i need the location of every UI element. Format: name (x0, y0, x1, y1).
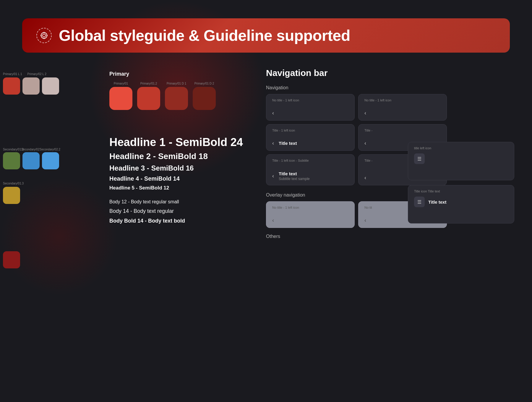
right-card-label-2: Title icon Title text (414, 189, 508, 193)
primary-swatch-item-3: Primary/01 D 2 (193, 82, 216, 110)
body-regular: Body 14 - Body text regular (109, 208, 243, 214)
swatch-dark-red (3, 251, 20, 268)
nav-card-subtitle-4: Subtitle text sample (279, 177, 310, 181)
primary-swatches-container: Primary/01 Primary/01.2 Primary/01 D 1 P… (109, 82, 216, 110)
primary-swatch-item-1: Primary/01.2 (137, 82, 160, 110)
nav-card-content-1: ‹ (364, 110, 441, 116)
swatch-label-1c: Primary/02 L 2 (27, 72, 46, 76)
nav-card-1: No title - 1 left icon ‹ (358, 94, 447, 121)
swatch-primary-l2 (42, 77, 59, 95)
swatch-green (3, 152, 20, 169)
typography-section: Headline 1 - SemiBold 24 Headline 2 - Se… (109, 136, 243, 228)
header-title: Global styleguide & Guideline supported (59, 27, 350, 44)
left-swatch-panel-3: Secondary/01.3 (0, 180, 65, 268)
primary-swatch-label-2: Primary/01 D 1 (167, 82, 186, 85)
headline4: Headline 4 - SemiBold 14 (109, 175, 243, 182)
nav-card-content-4: ‹ Title text Subtitle text sample (272, 171, 348, 181)
nav-card-text-block-4: Title text Subtitle text sample (279, 171, 310, 181)
nav-card-title-2: Title text (279, 141, 297, 146)
swatch-primary-l1 (22, 77, 40, 95)
overlay-card-label-0: No title - 1 left icon (272, 206, 348, 209)
right-card-label-1: title left icon (414, 146, 508, 150)
nav-card-4: Title - 1 left icon - Subtitle ‹ Title t… (266, 154, 355, 185)
primary-swatch-2 (165, 87, 188, 110)
primary-section-title: Primary (109, 71, 216, 77)
overlay-left-icon-1: ‹ (364, 217, 366, 223)
swatch-label-3a: Secondary/01.3 (3, 182, 24, 185)
right-icon-glyph-2: ☰ (417, 199, 421, 205)
nav-left-icon-1: ‹ (364, 110, 366, 116)
headline2: Headline 2 - SemiBold 18 (109, 152, 243, 161)
overlay-left-icon-0: ‹ (272, 217, 274, 223)
nav-left-icon-2: ‹ (272, 140, 274, 146)
nav-left-icon-5: ‹ (364, 175, 366, 181)
right-card-icon-1: ☰ (414, 153, 425, 164)
right-card-2: Title icon Title text ☰ Title text (408, 185, 514, 223)
swatch-label-2b: Secondary/02 (21, 148, 38, 151)
primary-swatch-item-0: Primary/01 (109, 82, 132, 110)
others-label: Others (266, 234, 473, 239)
nav-left-icon-0: ‹ (272, 110, 274, 116)
headline5: Headline 5 - SemiBold 12 (109, 185, 243, 191)
target-icon (40, 31, 48, 40)
nav-card-label-1: No title - 1 left icon (364, 98, 441, 102)
right-card-content-1: ☰ (414, 153, 508, 164)
swatch-primary-red (3, 77, 20, 95)
headline1: Headline 1 - SemiBold 24 (109, 136, 243, 149)
body-bold: Body Bold 14 - Body text bold (109, 218, 243, 224)
nav-card-title-4: Title text (279, 171, 310, 176)
svg-point-0 (41, 33, 47, 38)
right-card-content-2: ☰ Title text (414, 197, 508, 207)
left-swatch-panel-2: Secondary/01.2 Secondary/02 Secondary/02… (0, 148, 65, 174)
right-card-icon-2: ☰ (414, 197, 425, 207)
nav-left-icon-4: ‹ (272, 173, 274, 179)
header-banner: Global styleguide & Guideline supported (22, 18, 510, 53)
nav-row-1: No title - 1 left icon ‹ No title - 1 le… (266, 94, 473, 121)
nav-card-label-4: Title - 1 left icon - Subtitle (272, 159, 348, 162)
nav-left-icon-3: ‹ (364, 140, 366, 146)
right-panel: title left icon ☰ Title icon Title text … (408, 142, 532, 228)
nav-card-label-0: No title - 1 left icon (272, 98, 348, 102)
right-card-text-2: Title text (428, 200, 446, 205)
nav-section-title: Navigation bar (266, 68, 473, 78)
swatch-gold (3, 187, 20, 204)
body-small: Body 12 - Body text regular small (109, 199, 243, 205)
nav-card-label-2: Title - 1 left icon (272, 129, 348, 132)
nav-card-label-3: Title - (364, 129, 441, 132)
nav-card-2: Title - 1 left icon ‹ Title text (266, 124, 355, 151)
headline3: Headline 3 - SemiBold 16 (109, 164, 243, 172)
swatch-blue-light (42, 152, 59, 169)
primary-swatch-3 (193, 87, 216, 110)
left-swatch-panel-1: Primary/01 L 1 Primary/02 L 2 (0, 71, 65, 99)
primary-swatch-1 (137, 87, 160, 110)
primary-swatch-item-2: Primary/01 D 1 (165, 82, 188, 110)
right-card-1: title left icon ☰ (408, 142, 514, 180)
nav-card-0: No title - 1 left icon ‹ (266, 94, 355, 121)
header-icon (36, 28, 52, 43)
swatch-label-2c: Secondary/02.2 (40, 148, 57, 151)
nav-card-content-0: ‹ (272, 110, 348, 116)
nav-card-content-2: ‹ Title text (272, 140, 348, 146)
overlay-card-0: No title - 1 left icon ‹ (266, 201, 355, 228)
primary-swatch-label-3: Primary/01 D 2 (194, 82, 214, 85)
primary-swatch-0 (109, 87, 132, 110)
swatch-label-1b: Primary/01 L 1 (3, 72, 22, 76)
primary-color-section: Primary Primary/01 Primary/01.2 Primary/… (109, 71, 216, 110)
right-icon-glyph-1: ☰ (417, 156, 421, 162)
swatch-label-2a: Secondary/01.2 (3, 148, 20, 151)
primary-swatch-label-1: Primary/01.2 (140, 82, 157, 85)
overlay-card-content-0: ‹ (272, 217, 348, 223)
svg-point-1 (43, 34, 46, 37)
primary-swatch-label-0: Primary/01 (114, 82, 128, 85)
swatch-blue (22, 152, 40, 169)
navigation-label: Navigation (266, 85, 473, 90)
